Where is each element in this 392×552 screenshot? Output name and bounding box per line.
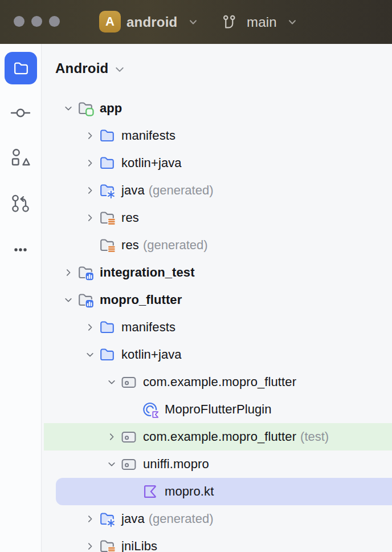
window-close-button[interactable] bbox=[14, 16, 24, 27]
tool-more-icon bbox=[9, 238, 32, 261]
chevron-spacer bbox=[125, 396, 142, 423]
tree-row-manifests[interactable]: manifests bbox=[42, 314, 392, 341]
project-view-label: Android bbox=[55, 60, 108, 76]
tree-item-label: java bbox=[121, 183, 145, 198]
tree-row-kotlin-java[interactable]: kotlin+java bbox=[42, 341, 392, 368]
tree-item-label: kotlin+java bbox=[121, 347, 182, 362]
folder-blue-icon bbox=[99, 127, 116, 144]
kotlin-file-icon bbox=[142, 483, 159, 500]
gradle-module-icon bbox=[77, 264, 94, 281]
tree-row-app[interactable]: app bbox=[42, 95, 392, 122]
folder-res-icon bbox=[99, 237, 116, 254]
chevron-down-icon[interactable] bbox=[103, 368, 120, 396]
chevron-down-icon[interactable] bbox=[103, 450, 120, 478]
tree-item-label: manifests bbox=[121, 128, 175, 143]
project-file-tree: appmanifestskotlin+java java(generated) … bbox=[42, 95, 392, 552]
chevron-down-icon[interactable] bbox=[60, 286, 77, 314]
folder-res-icon bbox=[99, 209, 116, 226]
sidebar-item-more[interactable] bbox=[9, 238, 32, 261]
folder-generated-icon bbox=[99, 182, 116, 199]
chevron-right-icon[interactable] bbox=[81, 149, 99, 177]
gradle-module-icon bbox=[77, 291, 94, 309]
tree-row-com-example-mopro-flutter-test[interactable]: com.example.mopro_flutter(test) bbox=[42, 423, 392, 450]
package-icon bbox=[120, 428, 137, 445]
tree-row-mopro-kt[interactable]: mopro.kt bbox=[42, 478, 392, 505]
kotlin-class-icon bbox=[142, 401, 159, 418]
tree-item-label: res bbox=[121, 210, 139, 225]
tree-item-suffix: (test) bbox=[300, 429, 329, 444]
tree-row-java-generated[interactable]: java(generated) bbox=[42, 177, 392, 204]
chevron-spacer bbox=[81, 232, 99, 259]
chevron-right-icon[interactable] bbox=[103, 423, 120, 450]
tree-row-kotlin-java[interactable]: kotlin+java bbox=[42, 149, 392, 177]
tree-item-label: MoproFlutterPlugin bbox=[165, 402, 272, 417]
tree-item-label: com.example.mopro_flutter bbox=[143, 375, 296, 389]
folder-blue-icon bbox=[99, 346, 116, 363]
project-selector[interactable]: android bbox=[126, 0, 177, 44]
folder-blue-icon bbox=[99, 319, 116, 336]
tree-item-label: mopro.kt bbox=[165, 484, 214, 499]
tree-item-label: com.example.mopro_flutter bbox=[143, 429, 296, 444]
tree-item-suffix: (generated) bbox=[149, 183, 214, 198]
tree-row-jnilibs[interactable]: jniLibs bbox=[42, 533, 392, 552]
tree-item-suffix: (generated) bbox=[143, 238, 208, 253]
chevron-down-icon[interactable] bbox=[187, 16, 199, 29]
project-badge[interactable]: A bbox=[99, 11, 121, 33]
window-minimize-button[interactable] bbox=[31, 16, 42, 27]
package-icon bbox=[120, 456, 137, 473]
tree-item-label: res bbox=[121, 238, 139, 253]
package-icon bbox=[120, 374, 137, 391]
tree-item-label: manifests bbox=[121, 320, 175, 335]
android-module-icon bbox=[77, 100, 94, 117]
sidebar-item-commit[interactable] bbox=[9, 102, 32, 124]
chevron-right-icon[interactable] bbox=[81, 314, 99, 341]
git-branch-selector[interactable]: main bbox=[247, 0, 277, 44]
tool-pull-requests-icon bbox=[9, 192, 32, 215]
tree-item-label: kotlin+java bbox=[121, 156, 182, 171]
tree-item-label: jniLibs bbox=[121, 539, 157, 552]
tree-row-uniffi-mopro[interactable]: uniffi.mopro bbox=[42, 450, 392, 478]
chevron-down-icon[interactable] bbox=[286, 16, 299, 29]
git-branch-icon bbox=[221, 14, 238, 31]
tree-item-label: uniffi.mopro bbox=[143, 457, 209, 472]
tree-row-mopro-flutter[interactable]: mopro_flutter bbox=[42, 286, 392, 314]
tree-item-suffix: (generated) bbox=[149, 512, 214, 526]
tree-item-label: app bbox=[100, 101, 122, 116]
chevron-down-icon[interactable] bbox=[60, 95, 77, 122]
chevron-spacer bbox=[125, 478, 142, 505]
tool-structure-icon bbox=[9, 147, 32, 169]
tree-row-com-example-mopro-flutter[interactable]: com.example.mopro_flutter bbox=[42, 368, 392, 396]
selection-highlight bbox=[56, 478, 392, 505]
chevron-right-icon[interactable] bbox=[81, 533, 99, 552]
tool-project-icon bbox=[13, 60, 30, 77]
tree-item-label: mopro_flutter bbox=[100, 293, 182, 307]
tree-item-label: java bbox=[121, 512, 145, 526]
folder-blue-icon bbox=[99, 155, 116, 172]
project-view-selector[interactable]: Android bbox=[55, 60, 126, 76]
folder-res-icon bbox=[99, 538, 116, 552]
chevron-down-icon[interactable] bbox=[113, 63, 126, 76]
folder-generated-icon bbox=[99, 510, 116, 527]
chevron-right-icon[interactable] bbox=[81, 122, 99, 149]
tree-row-moproflutterplugin[interactable]: MoproFlutterPlugin bbox=[42, 396, 392, 423]
window-titlebar: A android main bbox=[0, 0, 392, 44]
tree-row-res-generated[interactable]: res(generated) bbox=[42, 232, 392, 259]
tree-row-manifests[interactable]: manifests bbox=[42, 122, 392, 149]
tree-row-integration-test[interactable]: integration_test bbox=[42, 259, 392, 286]
main-content: Android appmanifestskotlin+java java(gen… bbox=[0, 44, 392, 552]
chevron-right-icon[interactable] bbox=[81, 177, 99, 204]
sidebar-item-pull-requests[interactable] bbox=[9, 192, 32, 215]
chevron-down-icon[interactable] bbox=[81, 341, 99, 368]
sidebar-item-project[interactable] bbox=[5, 52, 37, 84]
sidebar-item-structure[interactable] bbox=[9, 147, 32, 169]
chevron-right-icon[interactable] bbox=[60, 259, 77, 286]
tree-item-label: integration_test bbox=[100, 265, 195, 280]
tool-commit-icon bbox=[9, 102, 32, 124]
tree-row-res[interactable]: res bbox=[42, 204, 392, 232]
window-zoom-button[interactable] bbox=[49, 16, 60, 27]
project-tool-window: Android appmanifestskotlin+java java(gen… bbox=[42, 44, 392, 552]
tool-window-sidebar bbox=[0, 44, 42, 552]
tree-row-java-generated[interactable]: java(generated) bbox=[42, 505, 392, 533]
chevron-right-icon[interactable] bbox=[81, 505, 99, 533]
chevron-right-icon[interactable] bbox=[81, 204, 99, 232]
